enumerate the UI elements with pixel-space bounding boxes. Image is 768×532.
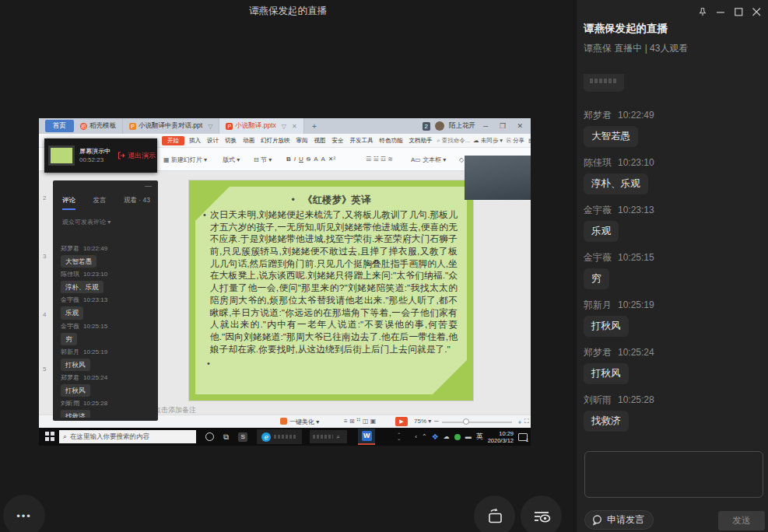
- zoom-out-icon: ─: [434, 418, 439, 425]
- beautify-icon: [280, 418, 287, 425]
- zoom-slider-knob: [463, 418, 469, 425]
- message-time: 10:22:49: [83, 245, 107, 252]
- message-bubble: 打秋风: [584, 363, 629, 384]
- slide: •《红楼梦》英译 • 次日天未明,刘姥姥便起来梳洗了,又将板儿教训了几句.那板儿…: [189, 180, 473, 401]
- font-format-buttons: BIUSAA✕²: [286, 156, 338, 163]
- wps-message-badge: 2: [423, 122, 430, 131]
- windows-taskbar: ⌕在这里输入你要搜索的内容 ⧉ S e ⌕ W ⌃⌄ ‹ ⌃ ❖ ☁ ▬ 英 1: [39, 428, 531, 446]
- message-sender: 郭新月: [584, 299, 612, 310]
- taskbar-search-box: ⌕在这里输入你要搜索的内容: [59, 430, 196, 443]
- send-button[interactable]: 发送: [718, 511, 765, 530]
- close-button[interactable]: [752, 7, 761, 16]
- pptx-file-icon: P: [226, 123, 233, 130]
- share-button: ⎘ 分享: [507, 137, 524, 145]
- hidden-icons-chevron: ⌃: [422, 433, 427, 440]
- rotate-icon: [486, 507, 504, 526]
- chevron-left-icon: ‹: [415, 433, 417, 440]
- message-sender: 金宇薇: [584, 205, 612, 215]
- speak-icon: [591, 514, 603, 526]
- message-sender: 刘昕雨: [61, 400, 79, 407]
- message-bubble: 打秋风: [61, 384, 90, 397]
- chat-message-list[interactable]: 郑梦君10:22:49大智若愚陈佳琪10:23:10淳朴、乐观金宇薇10:23:…: [584, 74, 763, 438]
- chat-message: 金宇薇10:25:15穷: [61, 322, 155, 348]
- chat-message: 陈佳琪10:23:10淳朴、乐观: [61, 270, 155, 296]
- presenter-webcam: [465, 156, 531, 200]
- message-sender: 郑梦君: [61, 245, 79, 252]
- textbox-button: A▭ 文本框 ▾: [411, 156, 446, 164]
- message-sender: 陈佳琪: [584, 157, 612, 168]
- message-time: 10:25:19: [83, 348, 107, 355]
- fit-screen-icon: ⛶: [524, 418, 529, 425]
- message-time: 10:23:10: [83, 271, 107, 278]
- ribbon-tab-6: 幻灯片放映: [259, 136, 292, 145]
- stage-title: 谭燕保发起的直播: [0, 5, 576, 18]
- active-tab-underline: [62, 208, 75, 210]
- message-time: 10:25:24: [618, 347, 654, 358]
- chat-message: 刘昕雨10:25:28找救济: [584, 394, 763, 438]
- minimize-button[interactable]: [716, 7, 725, 16]
- message-sender: 郑梦君: [584, 110, 612, 121]
- in-video-comment-panel: — 评论 发言 观看 · 43 观众可发表评论 ▾ 郑梦君10:22:49大智若…: [53, 180, 158, 421]
- ribbon-tab-3: 设计: [205, 136, 220, 145]
- list-eye-icon: [531, 506, 552, 527]
- bullet-icon: •: [207, 359, 467, 368]
- bullet-icon: •: [203, 210, 206, 355]
- chat-message: 郑梦君10:25:24打秋风: [584, 346, 763, 394]
- message-time: 10:25:15: [618, 252, 654, 263]
- message-bubble: 淳朴、乐观: [61, 281, 103, 293]
- chat-input[interactable]: [584, 451, 763, 498]
- message-bubble: 大智若愚: [61, 255, 96, 268]
- wps-active-doc-tab: P 小说翻译.pptx ▽ ✕: [219, 118, 303, 134]
- wps-tab-bar: 首页 稻 稻壳模板 P 小说翻译中贵对话.ppt ▽ P 小说翻译.pptx ▽…: [39, 118, 531, 134]
- message-bubble: 打秋风: [61, 359, 90, 371]
- message-sender: 郑梦君: [584, 347, 612, 358]
- wps-window-controls: ─ ❐ ✕: [483, 122, 528, 130]
- panel-tab-speak: 发言: [93, 196, 106, 205]
- chevron-down-icon: ▽: [208, 123, 212, 130]
- message-sender: 郭新月: [61, 348, 79, 355]
- notification-icon: 1: [518, 433, 528, 441]
- exit-presentation-button: 退出演示: [117, 151, 156, 161]
- slide-number: 4: [43, 311, 46, 318]
- chat-message: 郭新月10:25:19打秋风: [584, 299, 763, 346]
- slide-number: 5: [43, 366, 46, 373]
- live-stream-window: 谭燕保发起的直播 首页 稻 稻壳模板 P 小说翻译中贵对话.ppt ▽ P 小说…: [0, 0, 768, 532]
- chat-message: 金宇薇10:23:13乐观: [61, 296, 155, 321]
- presenting-label: 屏幕演示中: [79, 147, 110, 156]
- sidebar: 谭燕保发起的直播 谭燕保 直播中 | 43人观看 郑梦君10:22:49大智若愚…: [576, 0, 768, 532]
- ribbon-tab-10: 开发工具: [349, 136, 375, 145]
- cube-tray-icon: ❖: [432, 432, 439, 441]
- more-options-button[interactable]: •••: [3, 495, 45, 532]
- section-button: ⊟ 节 ▾: [254, 156, 272, 164]
- message-bubble: 打秋风: [584, 316, 629, 337]
- pin-icon[interactable]: [698, 7, 707, 16]
- request-speak-button[interactable]: 申请发言: [584, 510, 654, 530]
- ribbon-tab-5: 动画: [241, 136, 256, 145]
- ribbon-tab-1: 开始: [162, 136, 184, 145]
- message-time: 10:22:49: [618, 110, 654, 121]
- message-time: 10:25:19: [618, 299, 654, 310]
- sync-status: ☁ 未同步 ▾: [473, 137, 503, 145]
- play-slideshow-button: ▶: [395, 417, 408, 426]
- paragraph-buttons: ☰ ☱ ☲ ≋: [366, 156, 393, 163]
- rotate-screen-button[interactable]: [474, 495, 515, 532]
- wps-icon: W: [362, 431, 372, 441]
- message-bubble: 找救济: [584, 411, 629, 432]
- slide-title: •《红楼梦》英译: [195, 194, 467, 207]
- message-sender: 金宇薇: [61, 323, 79, 330]
- wps-taskbar-button: W: [358, 429, 375, 445]
- ribbon-tab-9: 安全: [331, 136, 345, 145]
- stage: 谭燕保发起的直播 首页 稻 稻壳模板 P 小说翻译中贵对话.ppt ▽ P 小说…: [0, 0, 576, 532]
- start-button: [45, 430, 54, 444]
- search-icon: ⌕: [63, 432, 67, 441]
- zoom-in-icon: ＋: [517, 418, 523, 426]
- taskbar-clock: 10:29 2020/3/12: [488, 430, 514, 444]
- toggle-comments-button[interactable]: [521, 495, 562, 532]
- message-sender: 金宇薇: [61, 296, 79, 303]
- slide-thumbnail: [48, 145, 75, 166]
- presenting-overlay: 屏幕演示中 00:52:23 退出演示: [44, 138, 157, 173]
- stream-title: 谭燕保发起的直播: [584, 22, 668, 36]
- task-view-icon: ⧉: [223, 432, 229, 442]
- message-time: 10:23:13: [83, 296, 107, 303]
- maximize-button[interactable]: [734, 7, 743, 16]
